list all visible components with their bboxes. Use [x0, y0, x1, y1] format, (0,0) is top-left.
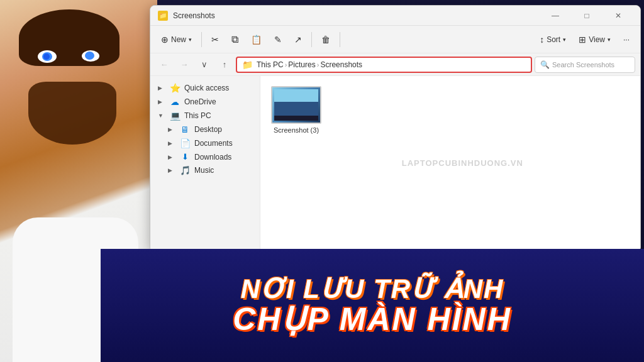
nav-dropdown-button[interactable]: ∨	[196, 56, 213, 74]
delete-icon: 🗑	[321, 35, 330, 45]
file-name: Screenshot (3)	[274, 126, 319, 134]
sort-button[interactable]: ↕ Sort ▾	[534, 31, 572, 48]
this-pc-label: This PC	[184, 111, 211, 120]
paste-icon: 📋	[251, 35, 262, 45]
search-bar[interactable]: 🔍 Search Screenshots	[535, 57, 635, 73]
documents-label: Documents	[194, 139, 233, 148]
banner-line1: NƠI LƯU TRỮ ẢNH	[241, 273, 504, 304]
close-button[interactable]: ✕	[604, 6, 633, 26]
onedrive-icon: ☁	[169, 97, 180, 107]
file-thumbnail	[271, 86, 321, 124]
address-folder-icon: 📁	[242, 60, 253, 70]
rename-icon: ✎	[274, 35, 282, 45]
sort-icon: ↕	[540, 35, 544, 45]
sidebar-item-music[interactable]: ▶ 🎵 Music	[150, 163, 260, 177]
new-label: New	[171, 35, 186, 44]
window-title: Screenshots	[173, 11, 215, 20]
music-label: Music	[194, 166, 214, 175]
desktop-label: Desktop	[194, 125, 222, 134]
sidebar-item-quick-access[interactable]: ▶ ⭐ Quick access	[150, 81, 260, 95]
cut-icon: ✂	[211, 35, 219, 45]
title-folder-icon: 📁	[158, 11, 168, 21]
view-dropdown-icon: ▾	[608, 36, 611, 43]
paste-button[interactable]: 📋	[245, 31, 267, 48]
music-icon: 🎵	[179, 165, 191, 175]
watermark: LAPTOPCUBINHDUONG.VN	[402, 158, 523, 168]
view-label: View	[589, 35, 605, 44]
share-icon: ↗	[294, 35, 302, 45]
sort-label: Sort	[547, 35, 560, 44]
file-thumbnail-taskbar	[274, 116, 318, 121]
view-icon: ⊞	[579, 35, 586, 45]
sidebar-item-onedrive[interactable]: ▶ ☁ OneDrive	[150, 95, 260, 109]
path-pictures: Pictures	[288, 60, 315, 69]
music-chevron: ▶	[168, 167, 175, 173]
sidebar-item-desktop[interactable]: ▶ 🖥 Desktop	[150, 123, 260, 136]
onedrive-chevron: ▶	[158, 99, 165, 105]
toolbar-separator-1	[201, 32, 202, 47]
downloads-icon: ⬇	[179, 152, 191, 162]
cut-button[interactable]: ✂	[206, 31, 225, 48]
downloads-chevron: ▶	[168, 154, 175, 160]
share-button[interactable]: ↗	[289, 31, 308, 48]
sidebar-item-documents[interactable]: ▶ 📄 Documents	[150, 136, 260, 150]
quick-access-label: Quick access	[184, 84, 229, 92]
toolbar: ⊕ New ▾ ✂ ⧉ 📋 ✎ ↗ 🗑 ↕ Sort ▾	[150, 26, 640, 53]
sidebar-item-downloads[interactable]: ▶ ⬇ Downloads	[150, 150, 260, 163]
toolbar-separator-3	[340, 32, 340, 47]
title-bar: 📁 Screenshots — □ ✕	[150, 6, 640, 26]
rename-button[interactable]: ✎	[269, 31, 287, 48]
explorer-window: 📁 Screenshots — □ ✕ ⊕ New ▾ ✂ ⧉ 📋 ✎ ↗	[150, 5, 641, 250]
back-button[interactable]: ←	[155, 56, 173, 74]
path-screenshots: Screenshots	[320, 60, 362, 69]
sort-dropdown-icon: ▾	[563, 36, 566, 43]
file-thumbnail-content	[274, 89, 318, 121]
desktop-icon: 🖥	[179, 124, 191, 134]
view-button[interactable]: ⊞ View ▾	[573, 31, 616, 48]
banner-line2: CHỤP MÀN HÌNH	[233, 301, 512, 337]
copy-button[interactable]: ⧉	[226, 30, 244, 49]
files-area: LAPTOPCUBINHDUONG.VN Screenshot (3)	[260, 76, 640, 250]
sidebar-item-this-pc[interactable]: ▼ 💻 This PC	[150, 109, 260, 123]
documents-chevron: ▶	[168, 140, 175, 146]
this-pc-icon: 💻	[169, 111, 180, 121]
quick-access-chevron: ▶	[158, 85, 165, 91]
path-sep-2: ›	[317, 61, 319, 69]
maximize-button[interactable]: □	[572, 6, 601, 26]
up-button[interactable]: ↑	[216, 56, 233, 74]
content-area: ▶ ⭐ Quick access ▶ ☁ OneDrive ▼ 💻 This P…	[150, 76, 640, 250]
copy-icon: ⧉	[231, 34, 238, 45]
new-button[interactable]: ⊕ New ▾	[155, 31, 197, 48]
onedrive-label: OneDrive	[184, 97, 216, 106]
path-sep-1: ›	[285, 61, 287, 69]
new-icon: ⊕	[161, 35, 169, 45]
desktop-chevron: ▶	[168, 126, 175, 133]
bottom-banner: NƠI LƯU TRỮ ẢNH CHỤP MÀN HÌNH	[101, 249, 644, 362]
delete-button[interactable]: 🗑	[316, 31, 336, 48]
this-pc-chevron: ▼	[158, 112, 165, 119]
minimize-button[interactable]: —	[541, 6, 570, 26]
sidebar: ▶ ⭐ Quick access ▶ ☁ OneDrive ▼ 💻 This P…	[150, 76, 260, 250]
documents-icon: 📄	[179, 138, 191, 148]
new-dropdown-icon: ▾	[189, 36, 192, 43]
toolbar-separator-2	[311, 32, 312, 47]
path-this-pc: This PC	[257, 60, 284, 69]
forward-button[interactable]: →	[175, 56, 193, 74]
quick-access-icon: ⭐	[169, 83, 180, 93]
downloads-label: Downloads	[194, 153, 231, 162]
address-path: This PC › Pictures › Screenshots	[257, 60, 362, 69]
file-item-screenshot[interactable]: Screenshot (3)	[268, 84, 325, 136]
nav-bar: ← → ∨ ↑ 📁 This PC › Pictures › Screensho…	[150, 53, 640, 76]
address-bar[interactable]: 📁 This PC › Pictures › Screenshots	[236, 57, 532, 73]
search-placeholder-text: Search Screenshots	[552, 61, 614, 69]
more-icon: ···	[623, 35, 630, 44]
search-icon: 🔍	[540, 60, 550, 69]
more-button[interactable]: ···	[618, 31, 635, 48]
